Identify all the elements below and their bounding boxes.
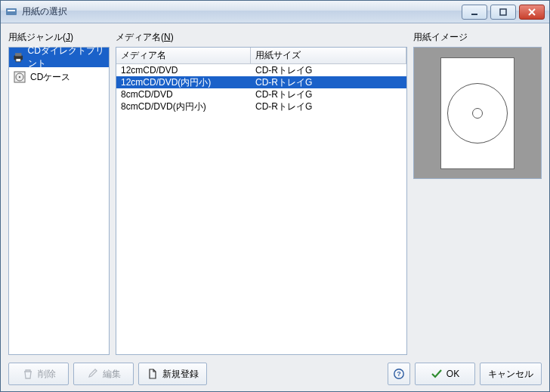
new-button-label: 新規登録	[162, 368, 199, 381]
cell-size: CD-RトレイG	[251, 64, 406, 76]
cancel-button[interactable]: キャンセル	[480, 363, 542, 385]
col-header-size[interactable]: 用紙サイズ	[251, 48, 406, 63]
table-row[interactable]: 8cmCD/DVD(内円小)CD-RトレイG	[116, 100, 406, 113]
client-area: 用紙ジャンル(J) CDダイレクトプリントCDケース メディア名(N) メディア…	[1, 23, 549, 391]
paper-preview	[413, 47, 542, 179]
delete-button-label: 削除	[38, 368, 56, 381]
cancel-button-label: キャンセル	[488, 368, 533, 381]
cdcase-icon	[12, 69, 27, 85]
pencil-icon	[87, 368, 99, 380]
window-controls	[462, 5, 549, 20]
genre-item[interactable]: CDダイレクトプリント	[9, 48, 109, 67]
media-label: メディア名(N)	[116, 31, 407, 44]
edit-button: 編集	[73, 363, 134, 385]
ok-button-label: OK	[446, 369, 459, 379]
app-icon	[5, 6, 17, 18]
new-file-icon	[147, 368, 159, 380]
genre-list[interactable]: CDダイレクトプリントCDケース	[8, 47, 110, 355]
svg-point-11	[19, 76, 20, 78]
disc-outline	[447, 83, 508, 144]
close-button[interactable]	[519, 5, 545, 20]
minimize-button[interactable]	[462, 5, 487, 20]
window-title: 用紙の選択	[22, 5, 67, 18]
disc-hole	[472, 108, 483, 119]
media-table[interactable]: メディア名 用紙サイズ 12cmCD/DVDCD-RトレイG12cmCD/DVD…	[116, 47, 407, 355]
table-row[interactable]: 12cmCD/DVD(内円小)CD-RトレイG	[116, 76, 406, 88]
svg-text:?: ?	[397, 370, 401, 378]
titlebar[interactable]: 用紙の選択	[1, 1, 549, 23]
col-header-media[interactable]: メディア名	[116, 48, 251, 63]
cell-size: CD-RトレイG	[251, 100, 406, 113]
cell-size: CD-RトレイG	[251, 76, 406, 88]
check-icon	[431, 368, 443, 380]
paper-sheet	[440, 57, 514, 169]
svg-rect-3	[500, 9, 506, 15]
cell-size: CD-RトレイG	[251, 88, 406, 100]
genre-label: 用紙ジャンル(J)	[8, 31, 110, 44]
media-panel: メディア名(N) メディア名 用紙サイズ 12cmCD/DVDCD-RトレイG1…	[116, 31, 407, 355]
media-table-body: 12cmCD/DVDCD-RトレイG12cmCD/DVD(内円小)CD-Rトレイ…	[116, 64, 406, 354]
genre-item-label: CDダイレクトプリント	[28, 45, 106, 70]
edit-button-label: 編集	[103, 368, 121, 381]
delete-button: 削除	[8, 363, 69, 385]
preview-panel: 用紙イメージ	[413, 31, 542, 355]
button-bar: 削除 編集 新規登録 ? OK キャンセル	[8, 355, 542, 385]
table-row[interactable]: 8cmCD/DVDCD-RトレイG	[116, 88, 406, 100]
new-button[interactable]: 新規登録	[138, 363, 207, 385]
trash-icon	[22, 368, 34, 380]
dialog-window: 用紙の選択 用紙ジャンル(J) CDダイレクトプリントCDケース メディア名(N…	[0, 0, 550, 392]
media-table-header: メディア名 用紙サイズ	[116, 48, 406, 64]
cell-media: 12cmCD/DVD	[116, 64, 251, 76]
table-row[interactable]: 12cmCD/DVDCD-RトレイG	[116, 64, 406, 76]
svg-rect-1	[8, 10, 15, 11]
help-icon: ?	[393, 368, 405, 380]
preview-label: 用紙イメージ	[413, 31, 542, 44]
svg-rect-7	[15, 53, 21, 56]
printer-icon	[12, 50, 25, 65]
svg-rect-0	[6, 8, 17, 15]
genre-panel: 用紙ジャンル(J) CDダイレクトプリントCDケース	[8, 31, 110, 355]
help-button[interactable]: ?	[388, 363, 410, 385]
genre-item-label: CDケース	[30, 71, 70, 84]
cell-media: 12cmCD/DVD(内円小)	[116, 76, 251, 88]
maximize-button[interactable]	[490, 5, 516, 20]
ok-button[interactable]: OK	[415, 363, 475, 385]
svg-rect-8	[16, 59, 21, 62]
cell-media: 8cmCD/DVD	[116, 88, 251, 100]
cell-media: 8cmCD/DVD(内円小)	[116, 100, 251, 113]
